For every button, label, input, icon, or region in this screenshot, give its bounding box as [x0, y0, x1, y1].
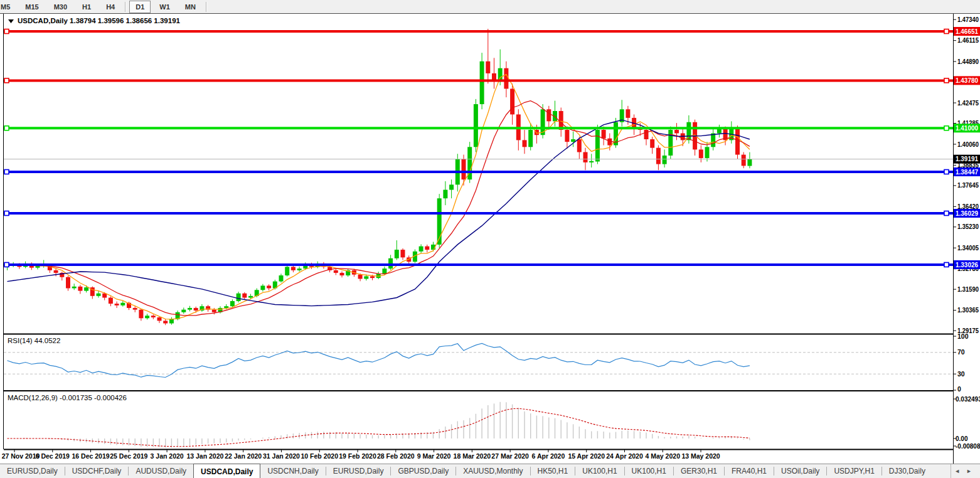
- level-anchor[interactable]: [4, 211, 9, 215]
- chart-tab-usdcad-daily[interactable]: USDCAD,Daily: [193, 464, 260, 478]
- candle-body: [237, 294, 241, 301]
- date-tick-label: 15 Apr 2020: [568, 452, 605, 460]
- level-anchor[interactable]: [4, 169, 9, 174]
- candle-body: [370, 276, 375, 278]
- level-anchor[interactable]: [944, 29, 949, 34]
- level-anchor[interactable]: [944, 126, 949, 130]
- candle-body: [663, 156, 667, 164]
- date-tick-label: 16 Dec 2019: [72, 452, 109, 460]
- candle-body: [72, 287, 77, 289]
- timeframe-button-w1[interactable]: W1: [153, 1, 176, 13]
- level-anchor[interactable]: [944, 169, 949, 174]
- price-tick-label: 1.46115: [957, 36, 979, 44]
- date-tick-label: 13 Jan 2020: [186, 452, 223, 460]
- price-tick-label: 1.30365: [957, 306, 979, 314]
- candle-body: [145, 316, 149, 318]
- candle-body: [492, 73, 496, 80]
- date-tick-label: 4 May 2020: [646, 452, 681, 460]
- candle-body: [181, 310, 186, 312]
- candle-body: [230, 301, 235, 306]
- svg-text:70: 70: [957, 348, 965, 356]
- candle-body: [462, 159, 466, 179]
- candle-body: [36, 266, 40, 268]
- candle-body: [523, 140, 527, 147]
- candle-body: [120, 303, 125, 305]
- candle-body: [528, 130, 533, 147]
- level-anchor[interactable]: [944, 262, 949, 267]
- candle-body: [480, 61, 484, 104]
- chart-tab-usoil-daily[interactable]: USOil,Daily: [774, 464, 826, 478]
- date-tick-label: 13 May 2020: [681, 452, 720, 460]
- candle-body: [78, 287, 82, 291]
- candle-body: [194, 308, 198, 311]
- chart-tab-usdjpy-h1[interactable]: USDJPY,H1: [827, 464, 881, 478]
- candle-body: [686, 122, 691, 141]
- candle-body: [364, 276, 368, 279]
- chart-tab-dj30-daily[interactable]: DJ30,Daily: [882, 464, 932, 478]
- candle-body: [248, 296, 253, 298]
- level-anchor[interactable]: [4, 262, 9, 267]
- tab-scroll-left-icon[interactable]: ◄: [951, 468, 963, 474]
- candle-body: [242, 294, 247, 298]
- chart-tab-eurusd-daily[interactable]: EURUSD,Daily: [0, 464, 65, 478]
- level-anchor[interactable]: [4, 126, 9, 130]
- candle-body: [358, 275, 363, 279]
- chart-tab-eurusd-daily[interactable]: EURUSD,Daily: [326, 464, 391, 478]
- candle-body: [717, 129, 722, 134]
- candle-body: [97, 294, 101, 296]
- date-tick-label: 22 Jan 2020: [225, 452, 262, 460]
- chart-tab-uk100-h1[interactable]: UK100,H1: [575, 464, 624, 478]
- candle-body: [602, 130, 606, 139]
- level-anchor[interactable]: [4, 29, 9, 34]
- candle-body: [401, 250, 405, 257]
- candle-body: [486, 61, 490, 73]
- price-tick-label: 1.31590: [957, 285, 979, 293]
- timeframe-button-h4[interactable]: H4: [100, 1, 121, 13]
- chart-tab-xauusd-monthly[interactable]: XAUUSD,Monthly: [456, 464, 530, 478]
- candle-body: [279, 275, 284, 282]
- date-tick-label: 3 Jan 2020: [151, 452, 184, 460]
- timeframe-button-m15[interactable]: M15: [19, 1, 45, 13]
- svg-text:0: 0: [957, 385, 961, 393]
- chart-tab-hk50-h1[interactable]: HK50,H1: [531, 464, 575, 478]
- timeframe-button-m5[interactable]: M5: [0, 1, 16, 13]
- date-tick-label: 10 Feb 2020: [301, 452, 338, 460]
- candle-body: [699, 149, 703, 158]
- timeframe-button-m30[interactable]: M30: [48, 1, 73, 13]
- timeframe-button-h1[interactable]: H1: [76, 1, 97, 13]
- chart-tab-usdchf-daily[interactable]: USDCHF,Daily: [65, 464, 129, 478]
- level-anchor[interactable]: [944, 211, 949, 215]
- candle-body: [656, 148, 661, 164]
- date-tick-label: 19 Feb 2020: [339, 452, 376, 460]
- chart-tab-uk100-h1[interactable]: UK100,H1: [625, 464, 673, 478]
- timeframe-button-mn[interactable]: MN: [179, 1, 202, 13]
- chart-tab-audusd-daily[interactable]: AUDUSD,Daily: [129, 464, 193, 478]
- timeframe-button-d1[interactable]: D1: [129, 1, 151, 13]
- date-tick-label: 25 Dec 2019: [110, 452, 147, 460]
- candle-body: [644, 130, 649, 139]
- chart-canvas[interactable]: 1.473401.461151.448901.424751.412851.400…: [0, 0, 980, 478]
- chart-tab-usdcnh-daily[interactable]: USDCNH,Daily: [260, 464, 325, 478]
- svg-text:0.032493: 0.032493: [956, 396, 980, 403]
- candle-body: [650, 139, 654, 148]
- timeframe-toolbar: M5M15M30H1H4D1W1MN: [0, 0, 980, 14]
- candle-body: [163, 321, 168, 323]
- chart-tab-gbpusd-daily[interactable]: GBPUSD,Daily: [391, 464, 455, 478]
- level-anchor[interactable]: [944, 78, 949, 83]
- chart-tab-ger30-h1[interactable]: GER30,H1: [674, 464, 724, 478]
- candle-body: [674, 130, 679, 133]
- candle-body: [291, 267, 296, 270]
- level-anchor[interactable]: [4, 78, 9, 83]
- chart-tab-fra40-h1[interactable]: FRA40,H1: [725, 464, 774, 478]
- candle-body: [395, 250, 399, 258]
- candle-body: [115, 304, 119, 305]
- candle-body: [188, 308, 192, 310]
- chart-title: USDCAD,Daily 1.38794 1.39596 1.38656 1.3…: [18, 17, 181, 24]
- candle-body: [510, 88, 514, 114]
- chart-tab-bar: EURUSD,DailyUSDCHF,DailyAUDUSD,DailyUSDC…: [0, 464, 980, 478]
- date-tick-label: 31 Jan 2020: [263, 452, 300, 460]
- price-badge-label: 1.39191: [956, 155, 978, 162]
- date-tick-label: 28 Feb 2020: [377, 452, 415, 460]
- tab-scroll-right-icon[interactable]: ►: [963, 468, 975, 474]
- candle-body: [595, 130, 600, 162]
